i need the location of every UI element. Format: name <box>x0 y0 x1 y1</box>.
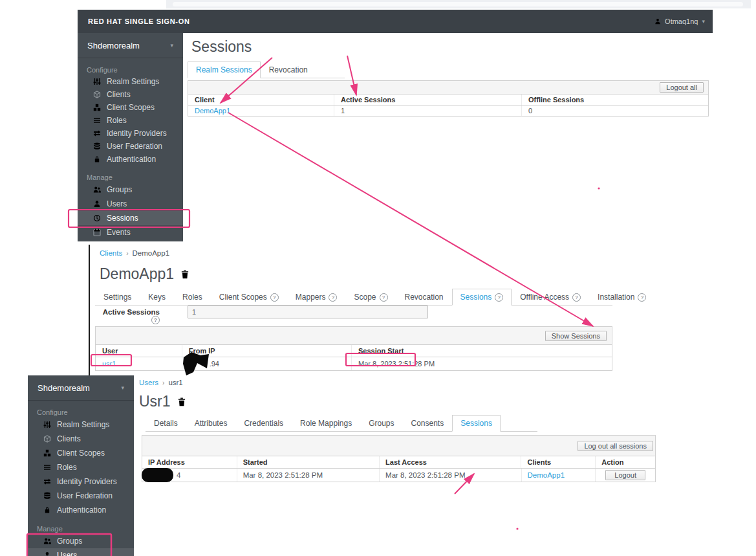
sidebar-item-groups[interactable]: Groups <box>78 183 183 197</box>
sidebar-item-label: Clients <box>107 90 131 99</box>
realm-name: Shdemorealm <box>87 41 140 50</box>
column-header-active-sessions: Active Sessions <box>334 95 521 105</box>
exchange-arrows-icon <box>93 129 101 137</box>
sidebar-item-authentication[interactable]: Authentication <box>78 153 183 166</box>
tab-sessions[interactable]: Sessions <box>452 415 501 432</box>
tab-details[interactable]: Details <box>146 415 186 432</box>
section-label-manage: Manage <box>78 173 183 183</box>
tab-scope[interactable]: Scope? <box>345 289 396 306</box>
page-title: DemoApp1 <box>100 265 174 283</box>
user-sessions-view: Users›usr1 Usr1 Details Attributes Crede… <box>138 375 660 556</box>
sidebar-item-label: Client Scopes <box>107 103 155 112</box>
breadcrumb-current: usr1 <box>168 379 182 386</box>
sidebar-item-label: Roles <box>107 116 127 125</box>
client-link-demoapp1[interactable]: DemoApp1 <box>195 107 230 115</box>
sidebar-item-label: Realm Settings <box>107 77 159 86</box>
app-header: RED HAT SINGLE SIGN-ON Otmaq1nq ▾ <box>78 10 713 33</box>
tab-offline-access[interactable]: Offline Access? <box>512 289 589 306</box>
client-link-demoapp1[interactable]: DemoApp1 <box>528 471 565 479</box>
chevron-down-icon: ▾ <box>702 19 705 25</box>
sidebar-item-clients[interactable]: Clients <box>78 88 183 101</box>
sidebar-item-events[interactable]: Events <box>78 225 183 239</box>
breadcrumb-users-link[interactable]: Users <box>139 379 158 386</box>
tab-keys[interactable]: Keys <box>140 289 174 306</box>
trash-icon[interactable] <box>177 397 186 406</box>
realm-sessions-tabs: Realm Sessions Revocation <box>188 61 345 78</box>
breadcrumb-clients-link[interactable]: Clients <box>100 249 122 257</box>
group-icon <box>43 537 51 545</box>
tab-consents[interactable]: Consents <box>403 415 453 432</box>
logout-all-button[interactable]: Logout all <box>660 82 704 93</box>
tab-realm-sessions[interactable]: Realm Sessions <box>188 61 261 78</box>
sidebar-item-label: Groups <box>107 185 132 194</box>
tab-installation[interactable]: Installation? <box>589 289 654 306</box>
list-icon <box>93 117 101 124</box>
sidebar-item-client-scopes[interactable]: Client Scopes <box>28 446 134 460</box>
sidebar-item-realm-settings[interactable]: Realm Settings <box>78 75 183 88</box>
sidebar-item-identity-providers[interactable]: Identity Providers <box>28 474 134 489</box>
logout-button[interactable]: Logout <box>605 470 645 480</box>
tab-attributes[interactable]: Attributes <box>186 415 236 432</box>
tab-sessions[interactable]: Sessions? <box>452 289 512 306</box>
realm-sessions-view: Sessions Realm Sessions Revocation Logou… <box>183 33 713 169</box>
show-sessions-button[interactable]: Show Sessions <box>545 331 607 341</box>
trash-icon[interactable] <box>180 270 189 279</box>
sidebar-item-realm-settings[interactable]: Realm Settings <box>28 417 134 432</box>
client-sessions-table: Show Sessions User From IP Session Start… <box>95 326 612 371</box>
logout-all-sessions-button[interactable]: Log out all sessions <box>578 441 653 451</box>
tab-client-scopes[interactable]: Client Scopes? <box>211 289 287 306</box>
sidebar-item-roles[interactable]: Roles <box>28 460 134 474</box>
group-icon <box>93 186 101 194</box>
cube-icon <box>93 91 101 98</box>
session-start-value: Mar 8, 2023 2:51:28 PM <box>351 357 612 370</box>
tab-revocation[interactable]: Revocation <box>261 61 316 78</box>
started-value: Mar 8, 2023 2:51:28 PM <box>237 469 379 482</box>
realm-selector[interactable]: Shdemorealm ▾ <box>28 375 134 401</box>
ip-address-value: 4 <box>148 471 180 479</box>
tab-role-mappings[interactable]: Role Mappings <box>292 415 360 432</box>
breadcrumb-current: DemoApp1 <box>133 249 170 257</box>
sidebar-item-label: Identity Providers <box>107 129 167 138</box>
sidebar-item-users[interactable]: Users <box>28 548 134 556</box>
last-access-value: Mar 8, 2023 2:51:28 PM <box>379 469 521 482</box>
breadcrumb-separator: › <box>162 379 164 386</box>
sidebar-item-users[interactable]: Users <box>78 197 183 211</box>
help-icon: ? <box>329 293 337 302</box>
sidebar-item-groups[interactable]: Groups <box>28 534 134 548</box>
sidebar-item-client-scopes[interactable]: Client Scopes <box>78 101 183 114</box>
realm-selector[interactable]: Shdemorealm ▾ <box>78 33 183 58</box>
sidebar-item-label: Users <box>57 551 77 556</box>
sidebar-item-label: Users <box>107 199 127 208</box>
help-icon: ? <box>638 293 646 302</box>
sidebar-item-label: Clients <box>57 434 81 443</box>
sliders-icon <box>93 78 101 85</box>
tab-mappers[interactable]: Mappers? <box>287 289 346 306</box>
sidebar-item-clients[interactable]: Clients <box>28 432 134 446</box>
lock-icon <box>43 506 51 514</box>
sidebar-item-user-federation[interactable]: User Federation <box>78 140 183 153</box>
sidebar-item-authentication[interactable]: Authentication <box>28 503 134 517</box>
active-sessions-input[interactable] <box>188 306 428 318</box>
sidebar-item-roles[interactable]: Roles <box>78 114 183 127</box>
tab-roles[interactable]: Roles <box>174 289 211 306</box>
clock-icon <box>93 214 101 222</box>
realm-sessions-table: Logout all Client Active Sessions Offlin… <box>188 80 709 117</box>
sidebar-item-label: Authentication <box>57 506 106 515</box>
user-menu[interactable]: Otmaq1nq ▾ <box>654 17 705 25</box>
tab-revocation[interactable]: Revocation <box>396 289 452 306</box>
sidebar-item-user-federation[interactable]: User Federation <box>28 489 134 503</box>
sidebar-item-sessions[interactable]: Sessions <box>78 211 183 225</box>
column-header-action: Action <box>595 456 655 468</box>
tab-settings[interactable]: Settings <box>95 289 140 306</box>
sidebar-user-sessions: Shdemorealm ▾ Configure Realm Settings C… <box>28 375 134 556</box>
brand-logo: RED HAT SINGLE SIGN-ON <box>88 17 190 25</box>
tab-credentials[interactable]: Credentials <box>235 415 292 432</box>
sidebar-item-label: User Federation <box>57 491 113 500</box>
sidebar-realm-sessions: Shdemorealm ▾ Configure Realm Settings C… <box>78 33 183 241</box>
sidebar-item-label: Events <box>107 228 131 237</box>
user-link-usr1[interactable]: usr1 <box>102 360 116 368</box>
tab-groups[interactable]: Groups <box>360 415 402 432</box>
browser-address-bar <box>173 2 743 6</box>
column-header-ip-address: IP Address <box>142 456 237 468</box>
sidebar-item-identity-providers[interactable]: Identity Providers <box>78 127 183 140</box>
